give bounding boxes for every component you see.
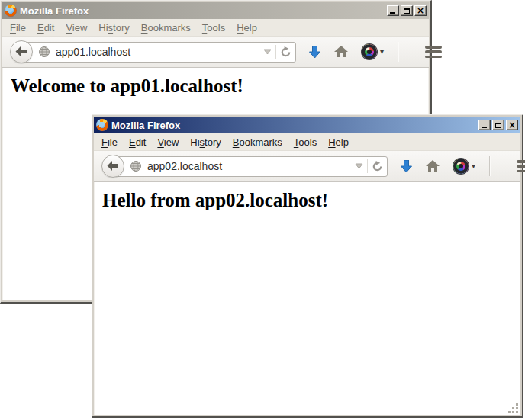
back-button[interactable] — [101, 155, 124, 178]
home-icon[interactable] — [426, 160, 440, 172]
page-heading: Hello from app02.localhost! — [102, 190, 520, 211]
close-button[interactable]: × — [506, 120, 518, 130]
menu-edit[interactable]: Edit — [129, 136, 146, 148]
menu-hamburger-button[interactable] — [425, 46, 442, 58]
minimize-button[interactable] — [387, 5, 399, 16]
globe-icon — [38, 46, 50, 58]
maximize-icon — [404, 8, 410, 14]
back-arrow-icon — [15, 46, 27, 57]
url-input[interactable]: app02.localhost — [147, 160, 355, 172]
window-title: Mozilla Firefox — [20, 5, 387, 17]
titlebar[interactable]: Mozilla Firefox × — [2, 2, 429, 19]
page-heading: Welcome to app01.localhost! — [11, 75, 428, 97]
menu-history[interactable]: History — [98, 22, 129, 34]
maximize-icon — [495, 123, 501, 128]
toolbar-separator — [398, 42, 398, 62]
menu-hamburger-button[interactable] — [517, 160, 525, 172]
menu-help[interactable]: Help — [328, 136, 349, 148]
download-icon[interactable] — [309, 46, 320, 59]
window-title: Mozilla Firefox — [111, 120, 478, 131]
color-lens-icon[interactable] — [362, 44, 377, 59]
back-arrow-icon — [107, 161, 119, 172]
url-dropdown-icon[interactable] — [355, 163, 363, 169]
globe-icon — [130, 160, 142, 172]
menu-bookmarks[interactable]: Bookmarks — [233, 136, 282, 148]
menu-edit[interactable]: Edit — [37, 22, 54, 34]
minimize-icon — [390, 12, 395, 14]
nav-toolbar: app01.localhost ▾ — [2, 37, 429, 68]
menu-history[interactable]: History — [190, 136, 221, 148]
maximize-button[interactable] — [401, 5, 413, 16]
menu-view[interactable]: View — [157, 136, 179, 148]
close-icon: × — [417, 7, 424, 14]
back-button[interactable] — [10, 40, 33, 63]
menu-file[interactable]: File — [101, 136, 118, 148]
lens-caret-icon[interactable]: ▾ — [472, 162, 475, 170]
url-input[interactable]: app01.localhost — [56, 46, 263, 58]
resize-grip[interactable] — [508, 403, 519, 414]
nav-toolbar: app02.localhost ▾ — [94, 151, 520, 182]
reload-icon[interactable] — [372, 161, 383, 172]
menu-tools[interactable]: Tools — [202, 22, 225, 34]
download-icon[interactable] — [401, 160, 412, 173]
minimize-icon — [482, 127, 487, 128]
firefox-logo-icon — [5, 5, 17, 17]
menu-help[interactable]: Help — [237, 22, 257, 34]
divider — [367, 159, 368, 173]
menu-view[interactable]: View — [66, 22, 87, 34]
menu-file[interactable]: File — [10, 22, 26, 34]
menu-bar: FileEditViewHistoryBookmarksToolsHelp — [94, 133, 520, 151]
minimize-button[interactable] — [478, 120, 491, 130]
menu-bar: FileEditViewHistoryBookmarksToolsHelp — [2, 19, 429, 37]
toolbar-separator — [489, 156, 490, 176]
close-button[interactable]: × — [414, 5, 427, 16]
close-icon: × — [508, 121, 516, 129]
lens-caret-icon[interactable]: ▾ — [380, 48, 384, 56]
menu-bookmarks[interactable]: Bookmarks — [141, 22, 191, 34]
url-bar[interactable]: app01.localhost — [21, 42, 296, 63]
reload-icon[interactable] — [280, 46, 291, 58]
home-icon[interactable] — [334, 46, 348, 58]
firefox-logo-icon — [96, 119, 108, 131]
url-dropdown-icon[interactable] — [263, 49, 272, 55]
page-content: Hello from app02.localhost! — [94, 182, 520, 415]
color-lens-icon[interactable] — [453, 159, 469, 174]
menu-tools[interactable]: Tools — [294, 136, 317, 148]
maximize-button[interactable] — [492, 120, 504, 130]
url-bar[interactable]: app02.localhost — [113, 156, 388, 177]
titlebar[interactable]: Mozilla Firefox × — [94, 117, 520, 133]
firefox-window-app02: Mozilla Firefox × FileEditViewHistoryBoo… — [92, 114, 523, 418]
divider — [275, 45, 276, 59]
